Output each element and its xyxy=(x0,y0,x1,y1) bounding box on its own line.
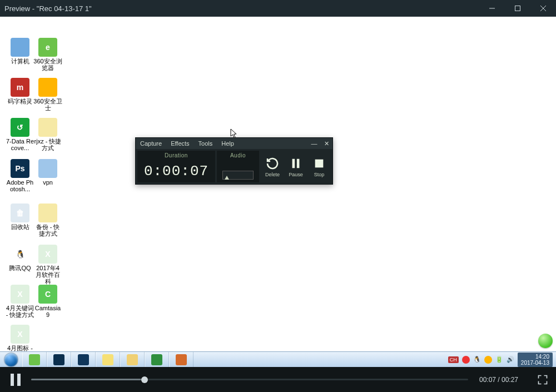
taskbar-item-ps2[interactable] xyxy=(71,352,96,367)
audio-panel: Audio xyxy=(217,151,259,182)
desktop-icon-recycle[interactable]: 🗑回收站 xyxy=(6,204,34,230)
desktop-icon-label: rjxz - 快捷方式 xyxy=(33,138,62,151)
menu-effects[interactable]: Effects xyxy=(166,140,193,147)
duration-value: 0:00:07 xyxy=(144,163,209,180)
mazi-icon: m xyxy=(11,78,29,97)
explorer-icon xyxy=(127,354,138,365)
minimize-button[interactable] xyxy=(479,0,505,17)
window-title: Preview - "Rec 04-13-17 1" xyxy=(4,4,479,13)
desktop-icon-mazi[interactable]: m码字精灵 xyxy=(6,78,34,105)
desktop-icon-label: 计算机 xyxy=(6,58,34,64)
duration-label: Duration xyxy=(165,152,188,158)
player-time: 00:07 / 00:27 xyxy=(468,376,529,384)
total-time: 00:27 xyxy=(502,376,518,384)
recorder-controls: Delete Pause Stop xyxy=(261,151,331,182)
desktop-icon-label: 备份 - 快捷方式 xyxy=(33,224,62,237)
pause-button[interactable]: Pause xyxy=(285,156,306,177)
tray-clock[interactable]: 14:20 2017-04-13 xyxy=(518,353,553,367)
tray-qq-icon[interactable]: 🐧 xyxy=(473,356,481,363)
player-bar: 00:07 / 00:27 xyxy=(0,367,556,392)
backup-icon xyxy=(38,204,57,222)
taskbar-item-explorer[interactable] xyxy=(120,352,145,367)
desktop-icon-vpn[interactable]: vpn xyxy=(33,159,62,186)
undo-icon xyxy=(265,156,280,171)
desktop-icon-keyword[interactable]: X4月关键词 - 快捷方式 xyxy=(6,285,34,318)
tray-360-icon[interactable] xyxy=(484,356,492,364)
desktop-icon-qq[interactable]: 🐧腾讯QQ xyxy=(6,245,34,271)
menu-capture[interactable]: Capture xyxy=(136,140,166,147)
titlebar: Preview - "Rec 04-13-17 1" xyxy=(0,0,556,17)
desktop-icon-label: 回收站 xyxy=(6,224,34,230)
recorder-close-button[interactable]: ✕ xyxy=(320,140,332,147)
play-pause-button[interactable] xyxy=(0,367,31,392)
delete-label: Delete xyxy=(265,172,280,177)
desktop-icon-camtasia[interactable]: CCamtasia 9 xyxy=(33,285,62,318)
taskbar-item-ps[interactable] xyxy=(47,352,71,367)
vpn-icon xyxy=(38,159,57,178)
stop-button[interactable]: Stop xyxy=(309,156,330,177)
taskbar-item-camtasia[interactable] xyxy=(169,352,193,367)
desktop-icon-label: 360安全卫士 xyxy=(33,98,62,111)
maximize-button[interactable] xyxy=(505,0,530,17)
excel2-icon: X xyxy=(11,325,29,344)
desktop-icon-browser360[interactable]: e360安全浏览器 xyxy=(33,38,62,71)
system-tray: CH 🐧 🔋 🔊 14:20 2017-04-13 xyxy=(445,352,556,367)
taskbar-item-excel[interactable] xyxy=(145,352,169,367)
tray-sound-icon[interactable]: 🔊 xyxy=(507,356,514,363)
svg-rect-4 xyxy=(292,158,295,168)
duration-panel: Duration 0:00:07 xyxy=(137,151,215,182)
ps2-icon xyxy=(78,354,89,365)
menu-tools[interactable]: Tools xyxy=(194,140,217,147)
close-button[interactable] xyxy=(530,0,556,17)
pause-label: Pause xyxy=(289,172,303,177)
qq-icon: 🐧 xyxy=(11,245,29,264)
keyword-icon: X xyxy=(11,285,29,304)
desktop-icon-label: 码字精灵 xyxy=(6,98,34,105)
taskbar-item-note[interactable] xyxy=(96,352,120,367)
desktop-icon-excel1[interactable]: X2017年4月软件百科 xyxy=(33,245,62,285)
camtasia-icon: C xyxy=(38,285,57,304)
cursor-icon xyxy=(230,128,238,138)
desktop-icon-label: vpn xyxy=(33,179,62,186)
taskbar-item-browser[interactable] xyxy=(22,352,47,367)
desktop-icon-label: 360安全浏览器 xyxy=(33,58,62,71)
windows-orb-icon xyxy=(4,353,18,366)
camtasia-icon xyxy=(176,354,187,365)
tray-date: 2017-04-13 xyxy=(521,360,549,366)
delete-button[interactable]: Delete xyxy=(262,156,283,177)
desktop-icon-label: 2017年4月软件百科 xyxy=(33,265,62,285)
desktop-icon-computer[interactable]: 计算机 xyxy=(6,38,34,64)
start-button[interactable] xyxy=(0,352,22,367)
guard360-icon xyxy=(38,78,57,97)
fullscreen-button[interactable] xyxy=(529,374,556,385)
recorder-window[interactable]: Capture Effects Tools Help — ✕ Duration … xyxy=(135,137,333,185)
menu-help[interactable]: Help xyxy=(217,140,239,147)
badge-icon[interactable] xyxy=(538,334,553,348)
tray-sogou-icon[interactable] xyxy=(462,356,470,364)
7data-icon: ↺ xyxy=(11,118,29,137)
ps-icon: Ps xyxy=(11,159,29,178)
seek-knob[interactable] xyxy=(141,376,148,383)
svg-rect-5 xyxy=(297,158,300,168)
seek-track[interactable] xyxy=(31,367,468,392)
desktop-icon-ps[interactable]: PsAdobe Photosh... xyxy=(6,159,34,192)
desktop-icon-label: 7-Data Recove... xyxy=(6,138,34,151)
stop-icon xyxy=(312,156,326,171)
excel-icon xyxy=(151,354,162,365)
tray-battery-icon[interactable]: 🔋 xyxy=(495,356,503,363)
recorder-minimize-button[interactable]: — xyxy=(308,140,320,147)
pause-icon xyxy=(289,156,303,171)
browser-icon xyxy=(29,354,40,365)
desktop-icon-rjxz[interactable]: rjxz - 快捷方式 xyxy=(33,118,62,151)
desktop-icon-backup[interactable]: 备份 - 快捷方式 xyxy=(33,204,62,237)
rjxz-icon xyxy=(38,118,57,137)
tray-time: 14:20 xyxy=(521,354,549,360)
tray-lang[interactable]: CH xyxy=(448,356,459,363)
desktop-icon-7data[interactable]: ↺7-Data Recove... xyxy=(6,118,34,151)
desktop-icon-label: Camtasia 9 xyxy=(33,305,62,318)
desktop-icon-guard360[interactable]: 360安全卫士 xyxy=(33,78,62,111)
svg-rect-1 xyxy=(515,6,520,11)
stop-label: Stop xyxy=(314,172,325,177)
audio-meter[interactable] xyxy=(222,171,254,180)
svg-rect-6 xyxy=(315,159,324,167)
